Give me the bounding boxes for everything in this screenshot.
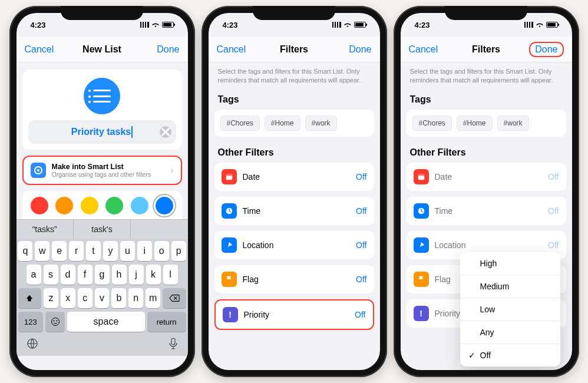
keyboard-suggestion[interactable] [131,220,187,239]
cancel-button[interactable]: Cancel [409,44,438,55]
section-tags-header: Tags [209,91,380,110]
key-c[interactable]: c [78,288,93,308]
device-2: 4:23 Cancel Filters Done Select the tags… [201,6,387,377]
tag-chip[interactable]: #Home [265,115,300,131]
key-j[interactable]: j [129,265,144,285]
space-key[interactable]: space [67,312,145,332]
filter-row-time[interactable]: TimeOff [407,197,566,225]
filter-value: Off [356,275,366,284]
globe-key[interactable] [27,338,38,352]
list-name-value: Priority tasks [71,127,131,137]
keyboard[interactable]: qwertyuiop asdfghjkl zxcvbnm 123 [16,239,188,356]
key-r[interactable]: r [69,241,84,261]
list-name-input[interactable]: Priority tasks [28,120,176,144]
explain-text: Select the tags and filters for this Sma… [401,62,572,91]
keyboard-suggestion[interactable]: task's [74,220,131,239]
svg-rect-6 [171,338,175,345]
color-swatch[interactable] [131,197,148,214]
popup-option[interactable]: Low [460,298,560,321]
section-tags-header: Tags [401,91,572,110]
tag-chip[interactable]: #Chores [412,115,452,131]
clear-text-button[interactable] [160,126,171,138]
key-z[interactable]: z [44,288,58,308]
popup-option[interactable]: Medium [460,275,560,298]
smart-list-row[interactable]: Make into Smart List Organise using tags… [22,156,182,185]
cancel-button[interactable]: Cancel [217,44,246,55]
key-k[interactable]: k [146,265,161,285]
list-icon[interactable] [84,78,120,114]
color-swatch[interactable] [55,197,73,214]
key-x[interactable]: x [61,288,75,308]
filter-row-date[interactable]: DateOff [407,163,566,191]
key-e[interactable]: e [52,241,67,261]
dictate-key[interactable] [169,338,178,352]
cancel-button[interactable]: Cancel [25,44,54,55]
key-m[interactable]: m [146,288,160,308]
key-g[interactable]: g [95,265,110,285]
keyboard-suggestions: “tasks”task's [16,219,188,239]
popup-option[interactable]: Any [460,321,560,344]
key-y[interactable]: y [103,241,118,261]
notch [61,6,143,20]
filter-label: Location [243,240,351,250]
backspace-key[interactable] [163,288,186,308]
filter-row-location[interactable]: LocationOff [214,231,374,259]
svg-point-2 [51,318,59,326]
color-swatch[interactable] [31,197,48,214]
svg-point-3 [53,321,54,322]
filter-row-time[interactable]: TimeOff [214,197,374,225]
tag-chip[interactable]: #Home [457,115,493,131]
device-1: 4:23 Cancel New List Done Priority tasks [9,6,195,377]
color-swatch[interactable] [105,197,123,214]
done-button[interactable]: Done [157,44,179,55]
date-icon [414,169,429,184]
done-button[interactable]: Done [529,42,563,57]
shift-icon [25,294,34,302]
microphone-icon [169,338,178,349]
key-a[interactable]: a [27,265,41,285]
popup-option[interactable]: ✓Off [460,344,560,367]
key-h[interactable]: h [112,265,127,285]
section-filters-header: Other Filters [209,144,380,163]
content: Select the tags and filters for this Sma… [401,62,572,370]
filter-label: Date [435,172,543,181]
numbers-key[interactable]: 123 [18,312,44,332]
filter-value: Off [356,240,366,250]
notch [253,6,335,20]
emoji-key[interactable] [45,312,65,332]
key-u[interactable]: u [120,241,135,261]
color-swatch[interactable] [156,197,173,214]
color-swatch[interactable] [81,197,98,214]
key-v[interactable]: v [95,288,110,308]
keyboard-suggestion[interactable]: “tasks” [16,220,74,239]
filter-row-flag[interactable]: FlagOff [214,265,374,293]
key-l[interactable]: l [163,265,178,285]
key-q[interactable]: q [18,241,32,261]
flag-icon [414,272,429,287]
backspace-icon [169,294,180,302]
tag-chip[interactable]: #work [305,115,337,131]
key-b[interactable]: b [111,288,126,308]
tag-chip[interactable]: #work [497,115,529,131]
filter-label: Time [243,206,351,216]
done-button[interactable]: Done [349,44,371,55]
key-n[interactable]: n [128,288,143,308]
key-w[interactable]: w [35,241,49,261]
key-o[interactable]: o [154,241,169,261]
key-d[interactable]: d [61,265,75,285]
filter-row-priority[interactable]: !PriorityOff [214,299,374,330]
key-p[interactable]: p [171,241,186,261]
checkmark-icon: ✓ [468,351,475,360]
return-key[interactable]: return [147,312,186,332]
gear-badge-icon [34,166,43,175]
key-f[interactable]: f [78,265,93,285]
popup-option[interactable]: High [460,252,560,275]
filter-row-date[interactable]: DateOff [214,163,374,191]
filter-value: Off [548,240,559,250]
tag-chip[interactable]: #Chores [220,115,260,131]
shift-key[interactable] [18,288,42,308]
cellular-signal-icon [332,22,341,28]
key-t[interactable]: t [86,241,101,261]
key-s[interactable]: s [44,265,58,285]
key-i[interactable]: i [137,241,152,261]
